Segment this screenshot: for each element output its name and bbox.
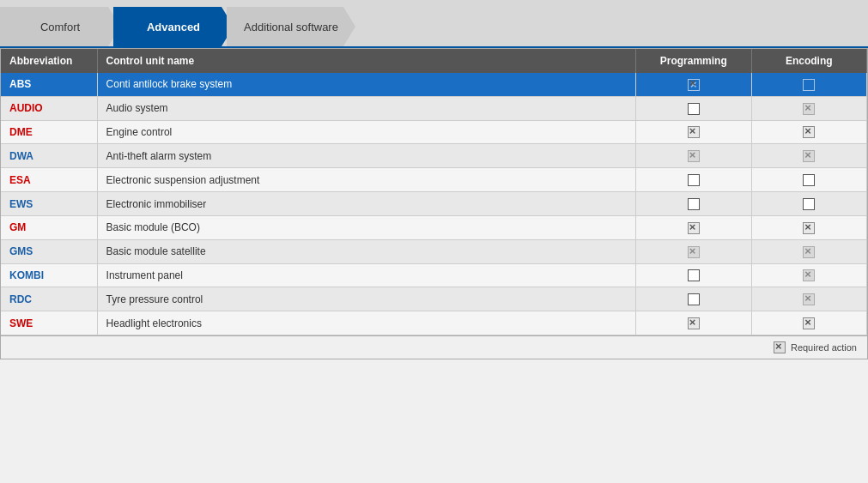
tabs-bar: Comfort Advanced Additional software [0,0,868,48]
table-row[interactable]: RDCTyre pressure control [1,287,867,311]
cell-abbreviation: SWE [1,311,97,335]
cell-abbreviation: EWS [1,192,97,216]
cell-control-name: Basic module (BCO) [97,215,636,239]
cell-abbreviation: ESA [1,168,97,192]
checkbox-icon: × [688,79,700,91]
cell-control-name: Conti antilock brake system [97,73,636,96]
cell-control-name: Instrument panel [97,263,636,287]
cell-abbreviation: GM [1,215,97,239]
cell-encoding[interactable] [751,311,867,335]
cell-control-name: Audio system [97,96,636,120]
cell-programming[interactable] [636,120,751,144]
legend-label: Required action [791,342,857,353]
table-row[interactable]: AUDIOAudio system [1,96,867,120]
table-row[interactable]: EWSElectronic immobiliser [1,192,867,216]
header-abbreviation: Abbreviation [1,49,97,73]
table-row[interactable]: GMSBasic module satellite [1,239,867,263]
checkbox-icon [803,222,815,234]
cell-programming[interactable] [636,215,751,239]
checkbox-icon [688,317,700,329]
legend-checkbox-icon [774,341,786,353]
cell-encoding[interactable] [751,96,867,120]
checkbox-icon [803,174,815,186]
table-row[interactable]: SWEHeadlight electronics [1,311,867,335]
tab-comfort-label: Comfort [40,21,80,33]
header-encoding: Encoding [751,49,867,73]
checkbox-icon [688,222,700,234]
cell-control-name: Tyre pressure control [97,287,636,311]
cell-encoding[interactable] [751,144,867,168]
checkbox-icon [688,198,700,210]
tab-additional-label: Additional software [244,21,338,33]
cell-programming[interactable] [636,287,751,311]
footer: Required action [0,336,868,359]
table-row[interactable]: DWAAnti-theft alarm system [1,144,867,168]
table-row[interactable]: GMBasic module (BCO) [1,215,867,239]
cell-encoding[interactable] [751,168,867,192]
checkbox-icon [803,150,815,162]
cell-abbreviation: ABS [1,73,97,96]
checkbox-icon [803,246,815,258]
cell-abbreviation: RDC [1,287,97,311]
cell-encoding[interactable] [751,192,867,216]
header-programming: Programming [636,49,751,73]
cell-encoding[interactable] [751,287,867,311]
cell-control-name: Headlight electronics [97,311,636,335]
cell-control-name: Basic module satellite [97,239,636,263]
cell-abbreviation: AUDIO [1,96,97,120]
cell-programming[interactable] [636,96,751,120]
cell-programming[interactable] [636,168,751,192]
tab-advanced[interactable]: Advanced [113,7,234,46]
checkbox-icon [803,79,815,91]
cell-control-name: Electronic suspension adjustment [97,168,636,192]
cell-control-name: Engine control [97,120,636,144]
checkbox-icon [688,150,700,162]
checkbox-icon [688,246,700,258]
cell-programming[interactable] [636,144,751,168]
footer-legend: Required action [774,341,857,353]
checkbox-icon [688,293,700,305]
table-header-row: Abbreviation Control unit name Programmi… [1,49,867,73]
checkbox-icon [803,126,815,138]
table-row[interactable]: KOMBIInstrument panel [1,263,867,287]
cell-control-name: Anti-theft alarm system [97,144,636,168]
table-container: Abbreviation Control unit name Programmi… [0,48,868,336]
table-row[interactable]: DMEEngine control [1,120,867,144]
cell-programming[interactable] [636,311,751,335]
header-control-unit-name: Control unit name [97,49,636,73]
cell-encoding[interactable] [751,263,867,287]
cell-abbreviation: GMS [1,239,97,263]
checkbox-icon [803,198,815,210]
table-row[interactable]: ESAElectronic suspension adjustment [1,168,867,192]
cell-programming[interactable] [636,192,751,216]
checkbox-icon [803,317,815,329]
checkbox-icon [688,126,700,138]
cell-encoding[interactable] [751,120,867,144]
checkbox-icon [688,269,700,281]
cell-programming[interactable] [636,263,751,287]
cell-abbreviation: DWA [1,144,97,168]
cell-programming[interactable] [636,239,751,263]
tab-advanced-label: Advanced [147,21,200,33]
main-table: Abbreviation Control unit name Programmi… [1,49,867,335]
table-row[interactable]: ABSConti antilock brake system× [1,73,867,96]
cell-abbreviation: DME [1,120,97,144]
checkbox-icon [688,103,700,115]
checkbox-icon [803,103,815,115]
checkbox-icon [688,174,700,186]
cell-control-name: Electronic immobiliser [97,192,636,216]
cell-encoding[interactable] [751,215,867,239]
cell-encoding[interactable] [751,239,867,263]
cell-encoding[interactable] [751,73,867,96]
tab-comfort[interactable]: Comfort [0,7,120,46]
cell-programming[interactable]: × [636,73,751,96]
tab-additional[interactable]: Additional software [227,7,355,46]
cell-abbreviation: KOMBI [1,263,97,287]
checkbox-icon [803,293,815,305]
table-body: ABSConti antilock brake system×AUDIOAudi… [1,73,867,335]
checkbox-icon [803,269,815,281]
